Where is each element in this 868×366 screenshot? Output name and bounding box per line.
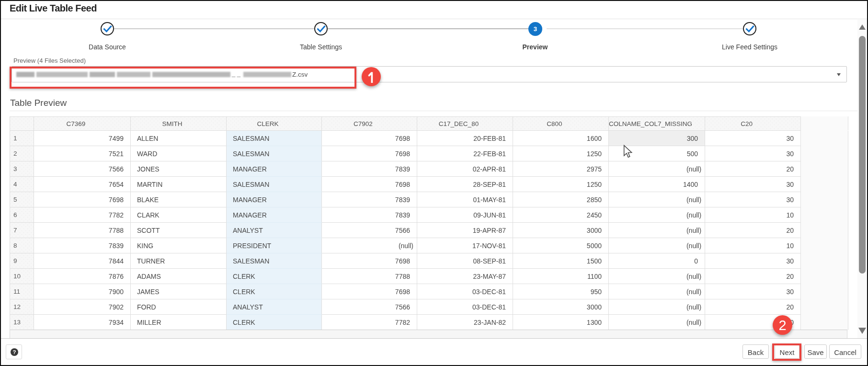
svg-text:?: ?: [12, 349, 16, 355]
